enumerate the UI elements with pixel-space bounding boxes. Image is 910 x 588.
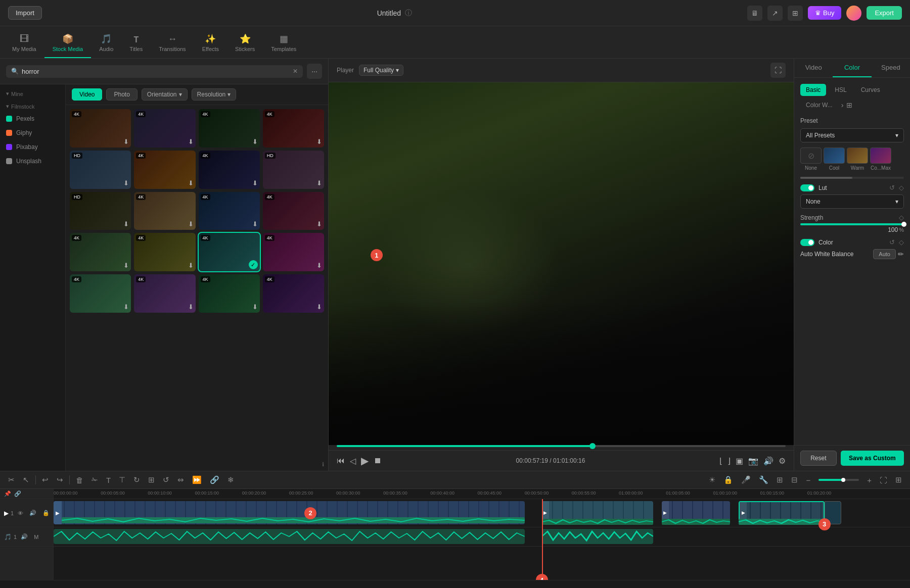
delete-icon[interactable]: 🗑 <box>74 475 85 485</box>
search-input[interactable] <box>22 68 290 75</box>
skip-back-button[interactable]: ⏮ <box>337 456 345 465</box>
sub-tab-hsl[interactable]: HSL <box>829 84 852 96</box>
sidebar-item-pixabay[interactable]: Pixabay <box>0 140 65 154</box>
split-icon[interactable]: ⊞ <box>775 474 785 485</box>
media-item[interactable]: 4K ⬇ <box>70 233 131 271</box>
zoom-in-icon[interactable]: + <box>865 475 874 485</box>
preset-scrollbar[interactable] <box>800 177 904 179</box>
preset-none[interactable]: ⊘ None <box>800 148 822 171</box>
tab-stock-media[interactable]: 📦 Stock Media <box>44 30 92 58</box>
stop-button[interactable]: ⏹ <box>374 456 382 465</box>
select-tool-icon[interactable]: ↖ <box>21 474 31 485</box>
monitor-icon-btn[interactable]: 🖥 <box>747 6 762 21</box>
layout-toggle-button[interactable]: ⊞ <box>846 99 852 111</box>
settings-icon[interactable]: ⚙ <box>779 456 786 466</box>
mirror-icon[interactable]: ⇔ <box>175 474 186 485</box>
mark-out-icon[interactable]: ⌋ <box>727 456 731 466</box>
mark-in-icon[interactable]: ⌊ <box>719 456 722 466</box>
sub-tab-curves[interactable]: Curves <box>855 84 886 96</box>
media-item[interactable]: 4K ⬇ <box>263 233 324 271</box>
fullscreen-timeline-icon[interactable]: ⛶ <box>878 475 889 485</box>
reset-button[interactable]: Reset <box>800 451 837 466</box>
sub-tab-color-wheels[interactable]: Color W... <box>800 99 838 111</box>
preset-dropdown[interactable]: All Presets ▾ <box>800 128 904 142</box>
clear-search-icon[interactable]: ✕ <box>293 68 298 75</box>
volume-icon[interactable]: 🔊 <box>763 456 774 466</box>
redo-icon[interactable]: ↪ <box>55 474 65 485</box>
media-item[interactable]: HD ⬇ <box>70 151 131 189</box>
media-item[interactable]: HD ⬇ <box>70 192 131 230</box>
lock-icon[interactable]: 🔒 <box>721 474 735 485</box>
link-icon[interactable]: 🔗 <box>208 474 221 485</box>
progress-bar[interactable] <box>337 445 786 447</box>
undo-icon[interactable]: ↩ <box>40 474 51 485</box>
preset-co-max[interactable]: Co...Max <box>870 148 891 171</box>
sidebar-item-unsplash[interactable]: Unsplash <box>0 154 65 168</box>
media-item[interactable]: 4K ⬇ <box>263 109 324 148</box>
clip-main[interactable]: ▶ <box>54 501 525 524</box>
lut-reset-icon[interactable]: ↺ <box>889 184 895 191</box>
split-text-icon[interactable]: ⊤ <box>117 474 127 485</box>
lut-toggle[interactable] <box>800 184 814 191</box>
tab-effects[interactable]: ✨ Effects <box>194 30 227 58</box>
color-reset-icon[interactable]: ↺ <box>889 238 895 246</box>
preset-warm[interactable]: Warm <box>847 148 868 171</box>
media-item[interactable]: 4K ⬇ <box>263 274 324 313</box>
camera-icon[interactable]: 📷 <box>748 456 758 466</box>
more-color-tabs-button[interactable]: › <box>841 99 844 111</box>
tab-templates[interactable]: ▦ Templates <box>263 30 304 58</box>
sidebar-item-pexels[interactable]: Pexels <box>0 112 65 126</box>
track-lock-v-icon[interactable]: 🔒 <box>40 509 52 517</box>
timeline-scrollbar[interactable] <box>0 580 910 588</box>
track-speaker-a-icon[interactable]: 🔊 <box>19 532 30 541</box>
track-mute-icon[interactable]: M <box>32 533 40 541</box>
speed-icon[interactable]: ⏩ <box>190 474 204 485</box>
strength-diamond-icon[interactable]: ◇ <box>899 214 904 221</box>
filmstock-section-header[interactable]: ▾ Filmstock <box>0 101 65 112</box>
split-v-icon[interactable]: ⊟ <box>789 474 800 485</box>
sub-tab-basic[interactable]: Basic <box>800 84 826 96</box>
mine-section-header[interactable]: ▾ Mine <box>0 88 65 99</box>
tab-titles[interactable]: T Titles <box>121 32 151 58</box>
media-item[interactable]: 4K ⬇ <box>134 151 195 189</box>
video-filter-btn[interactable]: Video <box>72 88 102 101</box>
frame-back-button[interactable]: ◁ <box>350 456 356 466</box>
quality-select[interactable]: Full Quality ▾ <box>359 65 403 76</box>
sun-icon[interactable]: ☀ <box>707 474 717 485</box>
lut-select[interactable]: None ▾ <box>800 194 904 209</box>
lut-diamond-icon[interactable]: ◇ <box>899 184 904 191</box>
media-item[interactable]: 4K ⬇ <box>199 274 260 313</box>
awb-auto-button[interactable]: Auto <box>873 249 896 259</box>
media-item-selected[interactable]: 4K ✓ <box>199 233 260 271</box>
tab-video[interactable]: Video <box>794 59 833 77</box>
strength-slider-track[interactable] <box>800 223 904 225</box>
grid-icon-btn[interactable]: ⊞ <box>788 6 803 21</box>
media-item[interactable]: HD ⬇ <box>263 151 324 189</box>
orientation-select[interactable]: Orientation ▾ <box>142 88 188 101</box>
media-item[interactable]: 4K ⬇ <box>199 192 260 230</box>
tab-my-media[interactable]: 🎞 My Media <box>4 31 44 58</box>
media-item[interactable]: 4K ⬇ <box>70 109 131 148</box>
audio-clip-main[interactable] <box>54 529 525 544</box>
tools-icon[interactable]: 🔧 <box>757 474 770 485</box>
share-icon-btn[interactable]: ↗ <box>767 6 783 21</box>
save-custom-button[interactable]: Save as Custom <box>841 451 904 466</box>
loop-icon[interactable]: ↻ <box>131 474 142 485</box>
sidebar-item-giphy[interactable]: Giphy <box>0 126 65 140</box>
tab-speed[interactable]: Speed <box>872 59 910 77</box>
text-clip-icon[interactable]: T <box>104 475 113 485</box>
media-item[interactable]: 4K ⬇ <box>70 274 131 313</box>
zoom-out-icon[interactable]: − <box>804 475 812 485</box>
expand-player-icon[interactable]: ⛶ <box>770 63 786 78</box>
media-item[interactable]: 4K ⬇ <box>199 151 260 189</box>
buy-button[interactable]: ♛ Buy <box>808 6 841 20</box>
tab-color[interactable]: Color <box>833 59 871 77</box>
photo-filter-btn[interactable]: Photo <box>106 88 137 101</box>
media-item[interactable]: 4K ⬇ <box>134 274 195 313</box>
tab-stickers[interactable]: ⭐ Stickers <box>227 30 263 58</box>
import-button[interactable]: Import <box>8 6 42 20</box>
awb-eyedropper-icon[interactable]: ✏ <box>898 250 904 258</box>
freeze-icon[interactable]: ❄ <box>225 474 236 485</box>
media-item[interactable]: 4K ⬇ <box>134 233 195 271</box>
zoom-slider[interactable] <box>818 479 859 481</box>
